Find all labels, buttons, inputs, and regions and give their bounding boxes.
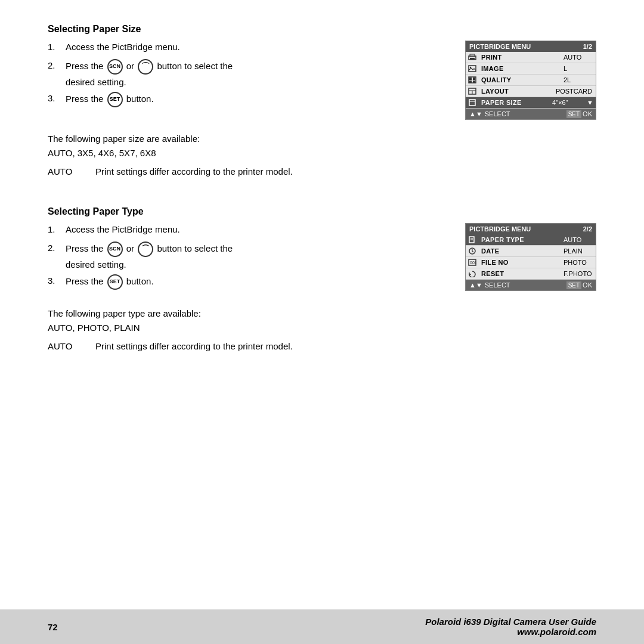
menu1-image-value: L — [560, 63, 596, 74]
menu1-image-icon — [466, 63, 479, 74]
wave-button-icon-2: ⌒ — [138, 242, 153, 257]
menu1-row-quality: QUALITY 2L — [466, 75, 596, 86]
step2-1-text: Access the PictBridge menu. — [66, 223, 180, 237]
menu2-fileno-label: FILE NO — [479, 257, 560, 268]
step2-2-content: Press the SCN or ⌒ button to select the — [66, 242, 233, 257]
section2-available-values: AUTO, PHOTO, PLAIN — [48, 321, 596, 335]
menu1-row-papersize: PAPER SIZE 4"×6" ▼ — [466, 97, 596, 109]
menu2-date-icon — [466, 246, 479, 256]
brand-title: Polaroid i639 Digital Camera User Guide — [425, 617, 596, 627]
svg-rect-9 — [473, 80, 475, 83]
step1-1-text: Access the PictBridge menu. — [66, 41, 180, 54]
menu2-footer: ▲▼ SELECT SETOK — [466, 280, 596, 290]
menu1-title: PICTBRIDGE MENU — [469, 43, 531, 50]
menu2-title: PICTBRIDGE MENU — [469, 225, 531, 233]
step1-2: 2. Press the SCN or ⌒ button to select t… — [48, 59, 441, 75]
section2-auto-desc: Print settings differ according to the p… — [95, 341, 293, 351]
svg-rect-2 — [470, 58, 475, 60]
menu2-footer-label: SELECT — [485, 281, 510, 289]
menu2-row-date: DATE PLAIN — [466, 246, 596, 257]
menu1-quality-icon — [466, 75, 479, 85]
scn-button-icon-2: SCN — [107, 242, 123, 257]
menu1-quality-label: QUALITY — [479, 75, 560, 85]
menu2-reset-value: F.PHOTO — [560, 268, 596, 279]
section-paper-type: Selecting Paper Type 1. Access the PictB… — [48, 206, 596, 351]
menu2-date-label: DATE — [479, 246, 560, 256]
svg-rect-6 — [469, 78, 472, 80]
step2-3: 3. Press the SET button. — [48, 274, 441, 290]
menu2-footer-select: ▲▼ SELECT — [469, 281, 510, 289]
section2-available: The following paper type are available: … — [48, 306, 596, 335]
menu2-footer-ok: SETOK — [566, 281, 592, 289]
menu2-fileno-value: PHOTO — [560, 257, 596, 268]
step2-2-cont: desired setting. — [66, 259, 441, 270]
page-number: 72 — [48, 622, 58, 632]
step1-3-content: Press the SET button. — [66, 92, 154, 107]
step1-1-number: 1. — [48, 41, 66, 54]
menu2-reset-label: RESET — [479, 268, 560, 279]
menu1-papersize-icon — [466, 97, 479, 108]
menu1-papersize-value: 4"×6" — [549, 97, 584, 108]
menu1-papersize-label: PAPER SIZE — [479, 97, 549, 108]
step1-2-cont: desired setting. — [66, 77, 441, 87]
menu1-layout-label: LAYOUT — [479, 86, 552, 97]
step2-1: 1. Access the PictBridge menu. — [48, 223, 441, 237]
menu1-quality-value: 2L — [560, 75, 596, 85]
step1-1: 1. Access the PictBridge menu. — [48, 41, 441, 54]
section1-auto-note: AUTO Print settings differ according to … — [48, 166, 596, 177]
menu1-image-label: IMAGE — [479, 63, 560, 74]
svg-rect-8 — [469, 80, 472, 83]
section1-auto-desc: Print settings differ according to the p… — [95, 166, 293, 177]
step1-3-number: 3. — [48, 92, 66, 106]
section1-heading: Selecting Paper Size — [48, 24, 596, 35]
step2-3-number: 3. — [48, 274, 66, 288]
menu2-row-papertype: PAPER TYPE AUTO — [466, 234, 596, 246]
svg-rect-7 — [473, 78, 475, 80]
section1-steps: 1. Access the PictBridge menu. 2. Press … — [48, 41, 441, 112]
menu2-date-value: PLAIN — [560, 246, 596, 256]
menu1-footer-label: SELECT — [485, 110, 510, 117]
section2-available-title: The following paper type are available: — [48, 306, 596, 321]
step2-2-number: 2. — [48, 242, 66, 255]
section1-available-title: The following paper size are available: — [48, 132, 596, 146]
section2-heading: Selecting Paper Type — [48, 206, 596, 217]
menu1-footer-select: ▲▼ SELECT — [469, 110, 510, 117]
menu2-papertype-value: AUTO — [560, 234, 596, 245]
svg-rect-3 — [469, 66, 476, 72]
set-ok-badge-2: SET — [566, 281, 581, 289]
section2-auto-label: AUTO — [48, 341, 83, 351]
menu1-page: 1/2 — [583, 43, 592, 50]
menu1-row-print: PRINT AUTO — [466, 52, 596, 63]
section1-auto-label: AUTO — [48, 166, 83, 177]
footer-arrows-icon-2: ▲▼ — [469, 281, 482, 289]
section2-steps: 1. Access the PictBridge menu. 2. Press … — [48, 223, 441, 295]
menu2-header: PICTBRIDGE MENU 2/2 — [466, 224, 596, 234]
step2-3-content: Press the SET button. — [66, 274, 154, 290]
menu2-reset-icon — [466, 268, 479, 279]
set-ok-badge: SET — [566, 110, 581, 118]
svg-rect-13 — [469, 100, 475, 106]
section2-auto-note: AUTO Print settings differ according to … — [48, 341, 596, 351]
menu1-layout-value: POSTCARD — [552, 86, 596, 97]
menu2-page: 2/2 — [583, 225, 592, 233]
menu1-header: PICTBRIDGE MENU 1/2 — [466, 41, 596, 52]
footer-arrows-icon: ▲▼ — [469, 110, 482, 117]
menu1-footer-ok: SETOK — [566, 110, 592, 117]
step1-2-content: Press the SCN or ⌒ button to select the — [66, 59, 233, 75]
wave-button-icon: ⌒ — [138, 59, 153, 75]
step1-2-number: 2. — [48, 59, 66, 73]
section1-available-values: AUTO, 3X5, 4X6, 5X7, 6X8 — [48, 146, 596, 160]
brand-url: www.polaroid.com — [425, 627, 596, 637]
menu2-papertype-label: PAPER TYPE — [479, 234, 560, 245]
menu2-fileno-icon: 001 — [466, 257, 479, 268]
menu1-print-value: AUTO — [560, 52, 596, 63]
menu1-row-image: IMAGE L — [466, 63, 596, 75]
menu1-print-icon — [466, 52, 479, 63]
menu1-layout-icon — [466, 86, 479, 97]
pictbridge-menu-2: PICTBRIDGE MENU 2/2 PAPER TYPE AUTO — [465, 223, 596, 291]
brand-info: Polaroid i639 Digital Camera User Guide … — [425, 617, 596, 637]
menu1-row-layout: LAYOUT POSTCARD — [466, 86, 596, 97]
scn-button-icon: SCN — [107, 59, 123, 75]
menu2-row-reset: RESET F.PHOTO — [466, 268, 596, 280]
menu2-papertype-icon — [466, 234, 479, 245]
